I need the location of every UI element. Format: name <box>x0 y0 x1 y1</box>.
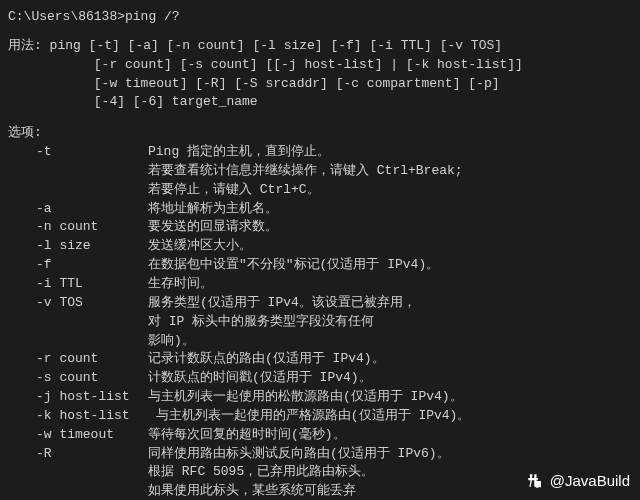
zhihu-icon <box>526 472 544 490</box>
option-flag: -j host-list <box>8 388 148 407</box>
option-flag: -t <box>8 143 148 162</box>
option-description: 要发送的回显请求数。 <box>148 218 640 237</box>
option-flag <box>8 313 148 332</box>
option-flag: -w timeout <box>8 426 148 445</box>
option-row: -w timeout等待每次回复的超时时间(毫秒)。 <box>8 426 640 445</box>
option-description: 在数据包中设置"不分段"标记(仅适用于 IPv4)。 <box>148 256 640 275</box>
option-row: -f在数据包中设置"不分段"标记(仅适用于 IPv4)。 <box>8 256 640 275</box>
option-row: -tPing 指定的主机，直到停止。 <box>8 143 640 162</box>
option-row: 影响)。 <box>8 332 640 351</box>
option-description: 若要查看统计信息并继续操作，请键入 Ctrl+Break; <box>148 162 640 181</box>
option-row: -k host-list 与主机列表一起使用的严格源路由(仅适用于 IPv4)。 <box>8 407 640 426</box>
option-flag <box>8 482 148 500</box>
options-list: -tPing 指定的主机，直到停止。若要查看统计信息并继续操作，请键入 Ctrl… <box>8 143 640 500</box>
option-description: 与主机列表一起使用的松散源路由(仅适用于 IPv4)。 <box>148 388 640 407</box>
option-description: 等待每次回复的超时时间(毫秒)。 <box>148 426 640 445</box>
options-header: 选项: <box>8 124 640 143</box>
option-flag: -s count <box>8 369 148 388</box>
option-flag <box>8 162 148 181</box>
command-prompt-line: C:\Users\86138>ping /? <box>8 8 640 27</box>
option-flag <box>8 181 148 200</box>
option-row: 对 IP 标头中的服务类型字段没有任何 <box>8 313 640 332</box>
option-description: 计数跃点的时间戳(仅适用于 IPv4)。 <box>148 369 640 388</box>
option-flag: -l size <box>8 237 148 256</box>
option-row: -a将地址解析为主机名。 <box>8 200 640 219</box>
option-description: 服务类型(仅适用于 IPv4。该设置已被弃用， <box>148 294 640 313</box>
option-flag: -n count <box>8 218 148 237</box>
option-row: -v TOS服务类型(仅适用于 IPv4。该设置已被弃用， <box>8 294 640 313</box>
option-flag <box>8 463 148 482</box>
option-row: -s count计数跃点的时间戳(仅适用于 IPv4)。 <box>8 369 640 388</box>
option-row: -i TTL生存时间。 <box>8 275 640 294</box>
option-flag: -i TTL <box>8 275 148 294</box>
usage-block: 用法: ping [-t] [-a] [-n count] [-l size] … <box>8 37 640 112</box>
option-description: Ping 指定的主机，直到停止。 <box>148 143 640 162</box>
option-description: 若要停止，请键入 Ctrl+C。 <box>148 181 640 200</box>
option-row: -l size发送缓冲区大小。 <box>8 237 640 256</box>
option-flag: -a <box>8 200 148 219</box>
option-flag: -R <box>8 445 148 464</box>
option-flag: -k host-list <box>8 407 148 426</box>
option-description: 对 IP 标头中的服务类型字段没有任何 <box>148 313 640 332</box>
option-row: 若要查看统计信息并继续操作，请键入 Ctrl+Break; <box>8 162 640 181</box>
option-row: -r count记录计数跃点的路由(仅适用于 IPv4)。 <box>8 350 640 369</box>
option-row: -R同样使用路由标头测试反向路由(仅适用于 IPv6)。 <box>8 445 640 464</box>
option-description: 将地址解析为主机名。 <box>148 200 640 219</box>
option-flag <box>8 332 148 351</box>
option-flag: -v TOS <box>8 294 148 313</box>
option-row: 若要停止，请键入 Ctrl+C。 <box>8 181 640 200</box>
option-row: -n count要发送的回显请求数。 <box>8 218 640 237</box>
option-description: 记录计数跃点的路由(仅适用于 IPv4)。 <box>148 350 640 369</box>
watermark-text: @JavaBuild <box>550 470 630 492</box>
option-row: -j host-list与主机列表一起使用的松散源路由(仅适用于 IPv4)。 <box>8 388 640 407</box>
option-description: 生存时间。 <box>148 275 640 294</box>
option-flag: -f <box>8 256 148 275</box>
option-description: 影响)。 <box>148 332 640 351</box>
option-description: 与主机列表一起使用的严格源路由(仅适用于 IPv4)。 <box>148 407 640 426</box>
option-description: 同样使用路由标头测试反向路由(仅适用于 IPv6)。 <box>148 445 640 464</box>
watermark: @JavaBuild <box>526 470 630 492</box>
option-description: 发送缓冲区大小。 <box>148 237 640 256</box>
option-flag: -r count <box>8 350 148 369</box>
